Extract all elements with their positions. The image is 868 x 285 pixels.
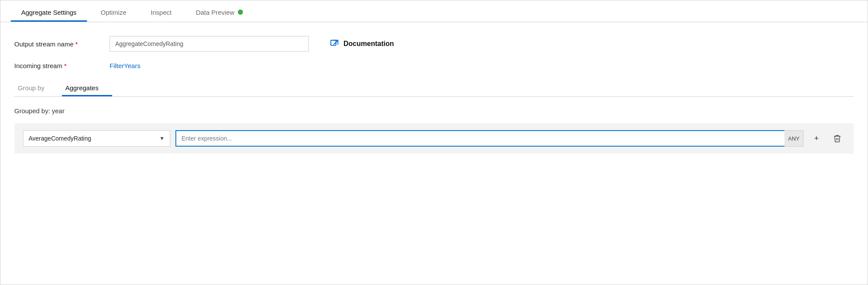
incoming-stream-label: Incoming stream* <box>14 62 110 69</box>
content-area: Output stream name* Documentation Incomi… <box>0 22 868 285</box>
expression-input[interactable] <box>175 130 803 147</box>
tab-data-preview[interactable]: Data Preview <box>185 3 253 22</box>
add-aggregate-button[interactable]: + <box>809 131 824 146</box>
sub-tab-bar: Group by Aggregates <box>14 80 854 97</box>
add-icon: + <box>814 134 819 143</box>
tab-inspect-label: Inspect <box>151 9 172 16</box>
output-stream-input[interactable] <box>110 36 309 52</box>
incoming-stream-required: * <box>64 62 67 69</box>
incoming-stream-value: FilterYears <box>110 62 140 69</box>
documentation-link[interactable]: Documentation <box>330 39 394 49</box>
tab-data-preview-label: Data Preview <box>196 9 234 16</box>
dropdown-arrow-icon: ▼ <box>159 135 165 141</box>
trash-icon <box>833 134 842 143</box>
sub-tab-group-by-label: Group by <box>18 84 45 92</box>
doc-label: Documentation <box>343 40 394 48</box>
aggregate-row: AverageComedyRating ▼ ANY + <box>14 123 854 154</box>
data-preview-status-dot <box>238 10 243 15</box>
sub-tab-group-by[interactable]: Group by <box>14 80 58 96</box>
delete-aggregate-button[interactable] <box>829 131 845 146</box>
tab-aggregate-settings[interactable]: Aggregate Settings <box>11 3 87 22</box>
tab-optimize[interactable]: Optimize <box>91 3 137 22</box>
sub-tab-aggregates-label: Aggregates <box>65 84 99 92</box>
tab-aggregate-settings-label: Aggregate Settings <box>21 9 77 16</box>
tab-bar: Aggregate Settings Optimize Inspect Data… <box>0 0 868 22</box>
output-stream-row: Output stream name* Documentation <box>14 36 854 52</box>
main-container: Aggregate Settings Optimize Inspect Data… <box>0 0 868 285</box>
output-stream-label: Output stream name* <box>14 40 110 48</box>
grouped-by-label: Grouped by: year <box>14 107 854 115</box>
expression-input-wrap: ANY <box>175 130 803 147</box>
column-dropdown-value: AverageComedyRating <box>29 135 91 142</box>
output-stream-required: * <box>75 40 78 48</box>
external-link-icon <box>330 39 339 49</box>
column-dropdown[interactable]: AverageComedyRating ▼ <box>23 130 170 147</box>
incoming-stream-link[interactable]: FilterYears <box>110 62 140 69</box>
sub-tab-aggregates[interactable]: Aggregates <box>62 80 113 96</box>
any-badge: ANY <box>784 130 803 147</box>
incoming-stream-row: Incoming stream* FilterYears <box>14 62 854 69</box>
tab-optimize-label: Optimize <box>101 9 126 16</box>
tab-inspect[interactable]: Inspect <box>140 3 182 22</box>
